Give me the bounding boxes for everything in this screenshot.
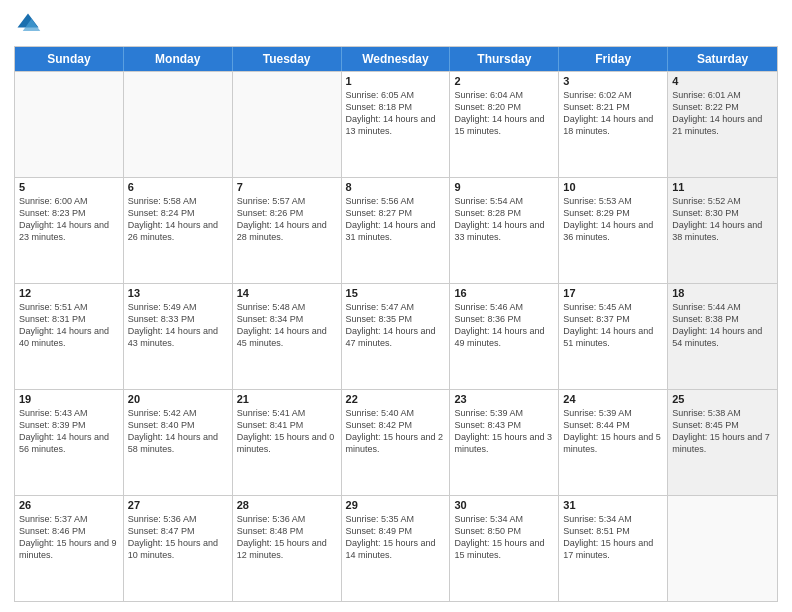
cal-cell-0-5: 3Sunrise: 6:02 AM Sunset: 8:21 PM Daylig… bbox=[559, 72, 668, 177]
cell-info: Sunrise: 5:53 AM Sunset: 8:29 PM Dayligh… bbox=[563, 195, 663, 244]
calendar-row-4: 26Sunrise: 5:37 AM Sunset: 8:46 PM Dayli… bbox=[15, 495, 777, 601]
cal-cell-1-4: 9Sunrise: 5:54 AM Sunset: 8:28 PM Daylig… bbox=[450, 178, 559, 283]
cell-info: Sunrise: 5:58 AM Sunset: 8:24 PM Dayligh… bbox=[128, 195, 228, 244]
cal-cell-4-1: 27Sunrise: 5:36 AM Sunset: 8:47 PM Dayli… bbox=[124, 496, 233, 601]
cal-cell-0-6: 4Sunrise: 6:01 AM Sunset: 8:22 PM Daylig… bbox=[668, 72, 777, 177]
cell-info: Sunrise: 5:48 AM Sunset: 8:34 PM Dayligh… bbox=[237, 301, 337, 350]
day-number: 28 bbox=[237, 499, 337, 511]
day-header-saturday: Saturday bbox=[668, 47, 777, 71]
day-number: 9 bbox=[454, 181, 554, 193]
cal-cell-1-0: 5Sunrise: 6:00 AM Sunset: 8:23 PM Daylig… bbox=[15, 178, 124, 283]
cal-cell-3-2: 21Sunrise: 5:41 AM Sunset: 8:41 PM Dayli… bbox=[233, 390, 342, 495]
cell-info: Sunrise: 5:49 AM Sunset: 8:33 PM Dayligh… bbox=[128, 301, 228, 350]
day-number: 4 bbox=[672, 75, 773, 87]
day-number: 29 bbox=[346, 499, 446, 511]
cell-info: Sunrise: 5:41 AM Sunset: 8:41 PM Dayligh… bbox=[237, 407, 337, 456]
header bbox=[14, 10, 778, 38]
cell-info: Sunrise: 5:46 AM Sunset: 8:36 PM Dayligh… bbox=[454, 301, 554, 350]
cal-cell-1-2: 7Sunrise: 5:57 AM Sunset: 8:26 PM Daylig… bbox=[233, 178, 342, 283]
day-number: 12 bbox=[19, 287, 119, 299]
day-number: 1 bbox=[346, 75, 446, 87]
cal-cell-3-1: 20Sunrise: 5:42 AM Sunset: 8:40 PM Dayli… bbox=[124, 390, 233, 495]
day-number: 23 bbox=[454, 393, 554, 405]
calendar-row-0: 1Sunrise: 6:05 AM Sunset: 8:18 PM Daylig… bbox=[15, 71, 777, 177]
day-number: 16 bbox=[454, 287, 554, 299]
logo-icon bbox=[14, 10, 42, 38]
cal-cell-0-1 bbox=[124, 72, 233, 177]
cal-cell-3-5: 24Sunrise: 5:39 AM Sunset: 8:44 PM Dayli… bbox=[559, 390, 668, 495]
cell-info: Sunrise: 5:57 AM Sunset: 8:26 PM Dayligh… bbox=[237, 195, 337, 244]
day-header-monday: Monday bbox=[124, 47, 233, 71]
logo bbox=[14, 10, 46, 38]
cal-cell-4-2: 28Sunrise: 5:36 AM Sunset: 8:48 PM Dayli… bbox=[233, 496, 342, 601]
day-number: 15 bbox=[346, 287, 446, 299]
cell-info: Sunrise: 5:37 AM Sunset: 8:46 PM Dayligh… bbox=[19, 513, 119, 562]
calendar-body: 1Sunrise: 6:05 AM Sunset: 8:18 PM Daylig… bbox=[15, 71, 777, 601]
cal-cell-4-3: 29Sunrise: 5:35 AM Sunset: 8:49 PM Dayli… bbox=[342, 496, 451, 601]
cal-cell-3-0: 19Sunrise: 5:43 AM Sunset: 8:39 PM Dayli… bbox=[15, 390, 124, 495]
day-number: 22 bbox=[346, 393, 446, 405]
day-number: 30 bbox=[454, 499, 554, 511]
cal-cell-3-3: 22Sunrise: 5:40 AM Sunset: 8:42 PM Dayli… bbox=[342, 390, 451, 495]
day-number: 26 bbox=[19, 499, 119, 511]
day-number: 7 bbox=[237, 181, 337, 193]
day-number: 6 bbox=[128, 181, 228, 193]
cell-info: Sunrise: 5:34 AM Sunset: 8:50 PM Dayligh… bbox=[454, 513, 554, 562]
cell-info: Sunrise: 5:35 AM Sunset: 8:49 PM Dayligh… bbox=[346, 513, 446, 562]
cal-cell-3-4: 23Sunrise: 5:39 AM Sunset: 8:43 PM Dayli… bbox=[450, 390, 559, 495]
cell-info: Sunrise: 5:42 AM Sunset: 8:40 PM Dayligh… bbox=[128, 407, 228, 456]
cell-info: Sunrise: 6:05 AM Sunset: 8:18 PM Dayligh… bbox=[346, 89, 446, 138]
cal-cell-4-4: 30Sunrise: 5:34 AM Sunset: 8:50 PM Dayli… bbox=[450, 496, 559, 601]
cal-cell-0-0 bbox=[15, 72, 124, 177]
cell-info: Sunrise: 5:36 AM Sunset: 8:47 PM Dayligh… bbox=[128, 513, 228, 562]
day-number: 3 bbox=[563, 75, 663, 87]
day-number: 2 bbox=[454, 75, 554, 87]
day-number: 10 bbox=[563, 181, 663, 193]
calendar-header-row: SundayMondayTuesdayWednesdayThursdayFrid… bbox=[15, 47, 777, 71]
cal-cell-3-6: 25Sunrise: 5:38 AM Sunset: 8:45 PM Dayli… bbox=[668, 390, 777, 495]
cell-info: Sunrise: 5:45 AM Sunset: 8:37 PM Dayligh… bbox=[563, 301, 663, 350]
cell-info: Sunrise: 5:39 AM Sunset: 8:43 PM Dayligh… bbox=[454, 407, 554, 456]
cal-cell-2-5: 17Sunrise: 5:45 AM Sunset: 8:37 PM Dayli… bbox=[559, 284, 668, 389]
cell-info: Sunrise: 5:40 AM Sunset: 8:42 PM Dayligh… bbox=[346, 407, 446, 456]
cal-cell-1-6: 11Sunrise: 5:52 AM Sunset: 8:30 PM Dayli… bbox=[668, 178, 777, 283]
cal-cell-1-3: 8Sunrise: 5:56 AM Sunset: 8:27 PM Daylig… bbox=[342, 178, 451, 283]
cal-cell-2-1: 13Sunrise: 5:49 AM Sunset: 8:33 PM Dayli… bbox=[124, 284, 233, 389]
cal-cell-0-2 bbox=[233, 72, 342, 177]
day-number: 20 bbox=[128, 393, 228, 405]
cal-cell-2-0: 12Sunrise: 5:51 AM Sunset: 8:31 PM Dayli… bbox=[15, 284, 124, 389]
day-header-friday: Friday bbox=[559, 47, 668, 71]
cal-cell-2-2: 14Sunrise: 5:48 AM Sunset: 8:34 PM Dayli… bbox=[233, 284, 342, 389]
day-number: 19 bbox=[19, 393, 119, 405]
cell-info: Sunrise: 5:51 AM Sunset: 8:31 PM Dayligh… bbox=[19, 301, 119, 350]
day-number: 17 bbox=[563, 287, 663, 299]
cell-info: Sunrise: 5:36 AM Sunset: 8:48 PM Dayligh… bbox=[237, 513, 337, 562]
cell-info: Sunrise: 5:52 AM Sunset: 8:30 PM Dayligh… bbox=[672, 195, 773, 244]
calendar: SundayMondayTuesdayWednesdayThursdayFrid… bbox=[14, 46, 778, 602]
day-number: 27 bbox=[128, 499, 228, 511]
page: SundayMondayTuesdayWednesdayThursdayFrid… bbox=[0, 0, 792, 612]
cal-cell-0-4: 2Sunrise: 6:04 AM Sunset: 8:20 PM Daylig… bbox=[450, 72, 559, 177]
day-number: 21 bbox=[237, 393, 337, 405]
day-header-thursday: Thursday bbox=[450, 47, 559, 71]
cal-cell-0-3: 1Sunrise: 6:05 AM Sunset: 8:18 PM Daylig… bbox=[342, 72, 451, 177]
cell-info: Sunrise: 5:34 AM Sunset: 8:51 PM Dayligh… bbox=[563, 513, 663, 562]
day-number: 13 bbox=[128, 287, 228, 299]
cal-cell-4-5: 31Sunrise: 5:34 AM Sunset: 8:51 PM Dayli… bbox=[559, 496, 668, 601]
cal-cell-2-4: 16Sunrise: 5:46 AM Sunset: 8:36 PM Dayli… bbox=[450, 284, 559, 389]
cell-info: Sunrise: 5:39 AM Sunset: 8:44 PM Dayligh… bbox=[563, 407, 663, 456]
day-number: 5 bbox=[19, 181, 119, 193]
cal-cell-2-3: 15Sunrise: 5:47 AM Sunset: 8:35 PM Dayli… bbox=[342, 284, 451, 389]
cell-info: Sunrise: 5:54 AM Sunset: 8:28 PM Dayligh… bbox=[454, 195, 554, 244]
day-number: 24 bbox=[563, 393, 663, 405]
day-header-tuesday: Tuesday bbox=[233, 47, 342, 71]
day-number: 8 bbox=[346, 181, 446, 193]
cell-info: Sunrise: 5:47 AM Sunset: 8:35 PM Dayligh… bbox=[346, 301, 446, 350]
day-number: 31 bbox=[563, 499, 663, 511]
cell-info: Sunrise: 5:43 AM Sunset: 8:39 PM Dayligh… bbox=[19, 407, 119, 456]
cell-info: Sunrise: 5:38 AM Sunset: 8:45 PM Dayligh… bbox=[672, 407, 773, 456]
day-header-sunday: Sunday bbox=[15, 47, 124, 71]
cal-cell-4-6 bbox=[668, 496, 777, 601]
cal-cell-1-5: 10Sunrise: 5:53 AM Sunset: 8:29 PM Dayli… bbox=[559, 178, 668, 283]
day-header-wednesday: Wednesday bbox=[342, 47, 451, 71]
